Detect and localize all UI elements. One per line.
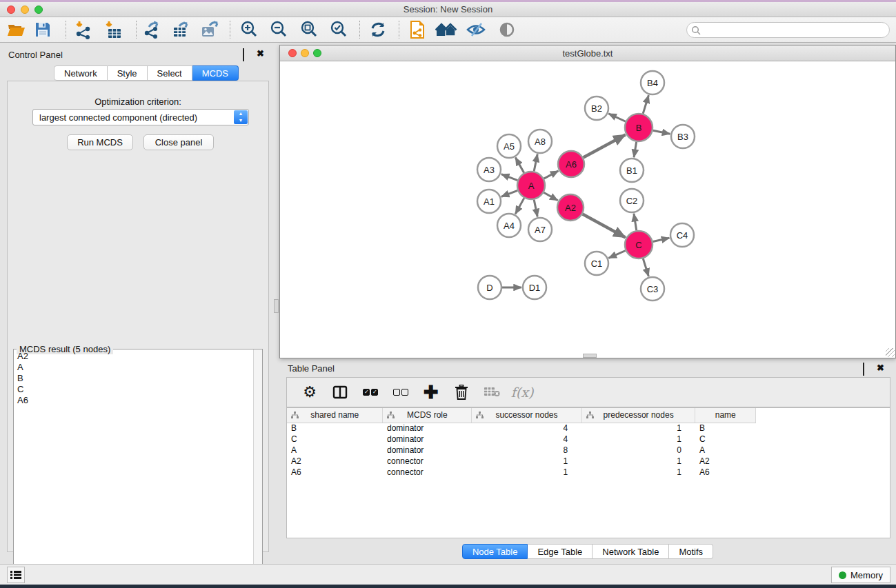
graph-edge-A-A1[interactable] [501,190,518,196]
close-panel-button[interactable]: Close panel [143,134,214,150]
table-cell[interactable]: 4 [472,434,582,445]
zoom-fit-button[interactable] [297,19,321,40]
open-file-button[interactable] [4,19,28,40]
table-cell[interactable]: A [287,445,383,456]
table-cell[interactable]: connector [383,467,472,478]
close-table-panel-icon[interactable]: ✖ [877,363,886,373]
delete-column-trash-icon[interactable] [451,382,472,403]
graph-edge-B-B3[interactable] [653,130,670,134]
memory-button[interactable]: Memory [831,567,890,583]
graph-edge-B-B2[interactable] [608,114,626,121]
export-table-button[interactable] [169,19,192,40]
table-cell[interactable]: A [695,445,756,456]
mcds-result-item[interactable]: A6 [14,395,252,406]
apply-layout-button[interactable] [366,19,390,40]
table-cell[interactable]: 1 [581,456,695,467]
table-cell[interactable]: 4 [472,423,582,434]
vertical-splitter-handle[interactable] [274,299,279,313]
import-network-button[interactable] [71,19,94,40]
network-graph[interactable]: B4B2BB3A5A8A6A3AB1A1C2A4A7A2CC4C1C3DD1 [280,61,895,358]
select-all-columns-icon[interactable] [360,382,381,403]
mcds-result-item[interactable]: A [14,362,252,373]
table-cell[interactable]: 1 [581,467,695,478]
table-cell[interactable]: B [287,423,383,434]
tab-motifs[interactable]: Motifs [669,544,713,559]
column-header-MCDS-role[interactable]: MCDS role [383,408,472,423]
graph-edge-B-B4[interactable] [643,95,648,114]
column-header-successor-nodes[interactable]: successor nodes [472,408,582,423]
table-cell[interactable]: dominator [383,423,472,434]
tab-style[interactable]: Style [108,65,148,81]
graph-edge-A-A8[interactable] [534,154,537,172]
horizontal-splitter-handle[interactable] [583,354,597,358]
graph-edge-A-A7[interactable] [534,200,537,217]
graph-edge-A-A6[interactable] [544,171,559,179]
graph-edge-A-A2[interactable] [544,192,557,200]
graph-edge-A-A5[interactable] [515,158,524,173]
table-cell[interactable]: A6 [695,467,756,478]
table-options-gear-icon[interactable]: ⚙ [299,382,320,403]
table-cell[interactable]: A6 [287,467,383,478]
table-cell[interactable]: 1 [472,467,582,478]
table-cell[interactable]: B [695,423,756,434]
task-history-button[interactable] [7,567,25,583]
column-header-shared-name[interactable]: shared name [287,408,383,423]
tab-network-table[interactable]: Network Table [593,544,669,559]
graph-edge-C-C4[interactable] [653,238,669,241]
import-table-button[interactable] [101,19,125,40]
table-cell[interactable]: dominator [383,445,472,456]
search-input[interactable] [704,23,884,37]
table-cell[interactable]: 8 [472,445,582,456]
show-column-icon[interactable] [330,382,350,403]
table-row[interactable]: Cdominator41C [287,434,756,445]
graph-edge-A6-B[interactable] [584,134,626,157]
close-panel-icon[interactable]: ✖ [257,49,266,59]
table-row[interactable]: Bdominator41B [287,423,756,434]
table-cell[interactable]: C [287,434,383,445]
table-row[interactable]: A2connector11A2 [287,456,756,467]
graph-edge-C-C1[interactable] [608,250,625,258]
mcds-result-item[interactable]: A2 [14,351,252,362]
new-network-document-button[interactable] [406,19,429,40]
table-cell[interactable]: 0 [581,445,695,456]
table-cell[interactable]: 1 [581,434,695,445]
export-image-button[interactable] [198,19,221,40]
first-neighbors-button[interactable] [435,19,458,40]
save-session-button[interactable] [31,19,54,40]
run-mcds-button[interactable]: Run MCDS [67,134,133,150]
tab-node-table[interactable]: Node Table [462,544,528,559]
hide-selected-button[interactable] [464,19,488,40]
tab-select[interactable]: Select [148,65,192,81]
table-cell[interactable]: C [695,434,756,445]
graph-edge-A-A3[interactable] [501,174,518,181]
create-column-icon[interactable]: ✚ [421,382,441,403]
table-cell[interactable]: dominator [383,434,472,445]
mcds-result-item[interactable]: C [14,384,252,395]
show-all-button[interactable] [495,19,519,40]
table-row[interactable]: A6connector11A6 [287,467,756,478]
export-network-button[interactable] [140,19,163,40]
unselect-all-columns-icon[interactable] [390,382,411,403]
graph-edge-A2-C[interactable] [583,214,626,238]
mcds-result-item[interactable]: B [14,373,252,384]
network-canvas[interactable]: B4B2BB3A5A8A6A3AB1A1C2A4A7A2CC4C1C3DD1 [280,61,895,358]
zoom-selected-button[interactable] [327,19,350,40]
window-resize-grip[interactable] [886,348,895,357]
optimization-criterion-select[interactable]: largest connected component (directed) ▲… [32,109,249,125]
mcds-result-scrollbar[interactable] [253,349,262,582]
table-row[interactable]: Adominator80A [287,445,756,456]
table-cell[interactable]: A2 [287,456,383,467]
table-cell[interactable]: A2 [695,456,756,467]
graph-edge-B-B1[interactable] [634,142,637,158]
table-cell[interactable]: 1 [472,456,582,467]
table-cell[interactable]: 1 [581,423,695,434]
column-header-name[interactable]: name [695,408,756,423]
graph-edge-C-C2[interactable] [634,214,637,230]
tab-network[interactable]: Network [54,65,108,81]
graph-edge-A-A4[interactable] [515,198,524,214]
column-header-predecessor-nodes[interactable]: predecessor nodes [581,408,695,423]
zoom-out-button[interactable] [267,19,290,40]
tab-mcds[interactable]: MCDS [192,65,239,81]
zoom-in-button[interactable] [237,19,261,40]
table-cell[interactable]: connector [383,456,472,467]
